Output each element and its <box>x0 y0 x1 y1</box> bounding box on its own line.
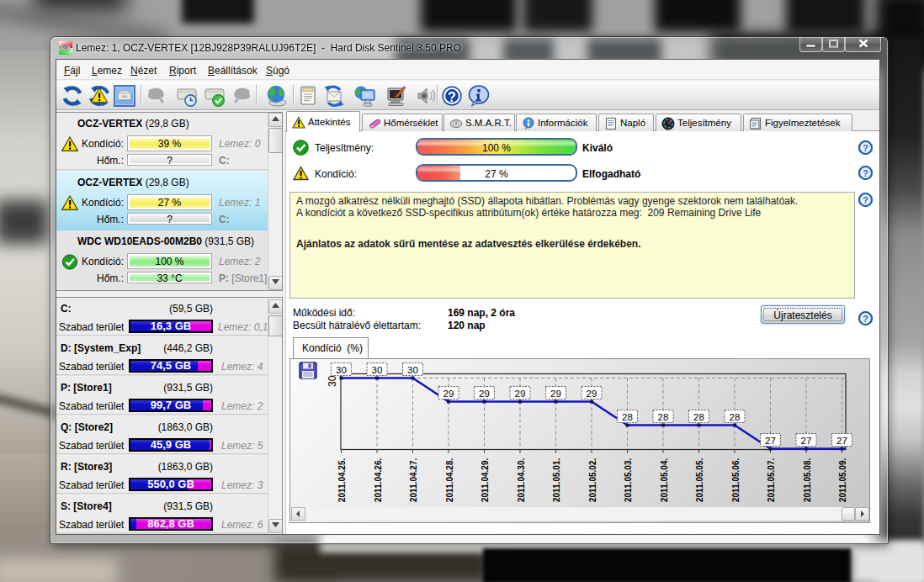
svg-text:29: 29 <box>550 389 561 399</box>
svg-text:2011.05.05.: 2011.05.05. <box>695 458 704 502</box>
svg-text:?: ? <box>863 168 868 178</box>
svg-text:28: 28 <box>622 412 633 422</box>
svg-text:?: ? <box>863 195 868 205</box>
svg-text:27: 27 <box>836 436 847 446</box>
svg-text:30: 30 <box>407 365 418 375</box>
svg-text:2011.04.25.: 2011.04.25. <box>337 458 347 502</box>
svg-text:2011.05.08.: 2011.05.08. <box>803 458 812 502</box>
svg-text:30: 30 <box>372 365 383 375</box>
svg-text:28: 28 <box>658 412 669 422</box>
svg-text:2011.04.28.: 2011.04.28. <box>445 458 454 502</box>
svg-text:2011.05.01.: 2011.05.01. <box>552 458 561 502</box>
svg-text:?: ? <box>863 314 868 324</box>
svg-text:2011.04.26.: 2011.04.26. <box>374 458 383 502</box>
svg-text:28: 28 <box>730 412 741 422</box>
svg-text:30: 30 <box>336 365 347 375</box>
svg-text:27: 27 <box>765 436 776 446</box>
svg-text:29: 29 <box>443 389 454 399</box>
svg-text:2011.05.02.: 2011.05.02. <box>588 458 597 502</box>
svg-text:29: 29 <box>515 389 526 399</box>
svg-text:?: ? <box>863 143 868 153</box>
svg-text:2011.05.04.: 2011.05.04. <box>660 458 669 502</box>
svg-text:29: 29 <box>479 389 490 399</box>
svg-text:?: ? <box>448 90 456 104</box>
svg-text:27: 27 <box>801 436 812 446</box>
svg-text:2011.05.09.: 2011.05.09. <box>838 458 847 502</box>
svg-text:30: 30 <box>327 375 338 387</box>
svg-text:2011.05.07.: 2011.05.07. <box>767 458 776 502</box>
svg-text:2011.05.06.: 2011.05.06. <box>731 458 741 502</box>
svg-text:29: 29 <box>587 389 597 399</box>
svg-text:2011.04.30.: 2011.04.30. <box>517 458 526 502</box>
svg-text:2011.04.29.: 2011.04.29. <box>481 458 490 502</box>
svg-text:2011.05.03.: 2011.05.03. <box>624 458 633 502</box>
svg-text:2011.04.27.: 2011.04.27. <box>409 458 418 502</box>
svg-text:28: 28 <box>693 412 704 422</box>
